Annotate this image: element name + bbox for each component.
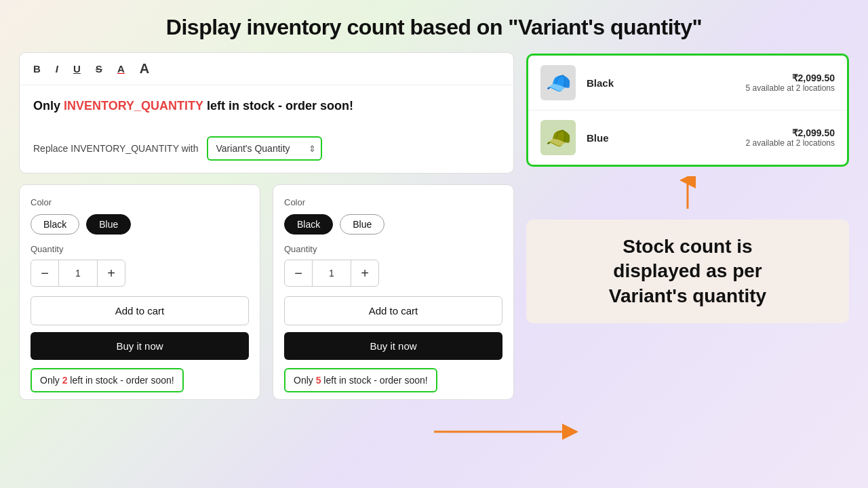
inventory-price-black: ₹2,099.50 [746, 73, 835, 83]
info-box: Stock count isdisplayed as perVariant's … [526, 220, 849, 323]
font-color-button[interactable]: A [115, 62, 127, 76]
product-card-right: Color Black Blue Quantity − 1 + Add to c… [273, 184, 514, 400]
qty-value-left: 1 [58, 260, 98, 286]
qty-label-right: Quantity [284, 244, 502, 254]
inventory-availability-black: 5 available at 2 locations [746, 83, 835, 93]
color-label-left: Color [31, 197, 249, 207]
color-label-right: Color [284, 197, 502, 207]
inventory-pricing-blue: ₹2,099.50 2 available at 2 locations [746, 127, 835, 148]
up-arrow-svg [674, 176, 701, 210]
add-to-cart-right[interactable]: Add to cart [284, 296, 502, 325]
qty-stepper-left: − 1 + [31, 260, 125, 287]
inventory-name-black: Black [587, 77, 735, 89]
inventory-pricing-black: ₹2,099.50 5 available at 2 locations [746, 73, 835, 93]
inventory-row-black: 🧢 Black ₹2,099.50 5 available at 2 locat… [528, 56, 847, 110]
page-title: Display inventory count based on "Varian… [0, 0, 868, 52]
editor-card: B I U S A A Only INVENTORY_QUANTITY left… [19, 52, 514, 174]
dropdown-wrapper: Variant's Quantity Total Quantity Custom… [207, 136, 322, 161]
inventory-card: 🧢 Black ₹2,099.50 5 available at 2 locat… [526, 54, 849, 167]
qty-plus-left[interactable]: + [98, 260, 125, 286]
color-blue-right[interactable]: Blue [340, 214, 384, 235]
editor-toolbar: B I U S A A [20, 53, 513, 85]
color-black-left[interactable]: Black [31, 214, 79, 235]
color-options-right: Black Blue [284, 214, 502, 235]
strike-button[interactable]: S [93, 62, 105, 76]
qty-minus-left[interactable]: − [31, 260, 58, 286]
info-box-text: Stock count isdisplayed as perVariant's … [540, 235, 835, 308]
page-container: Display inventory count based on "Varian… [0, 0, 868, 479]
inventory-qty-placeholder: INVENTORY_QUANTITY [64, 99, 203, 113]
inventory-name-blue: Blue [587, 132, 735, 144]
color-options-left: Black Blue [31, 214, 249, 235]
buy-now-left[interactable]: Buy it now [31, 332, 249, 360]
product-thumb-blue: 🧢 [540, 120, 576, 155]
replace-row: Replace INVENTORY_QUANTITY with Variant'… [20, 127, 513, 173]
product-cards-row: Color Black Blue Quantity − 1 + Add to c… [19, 184, 514, 400]
qty-stepper-right: − 1 + [284, 260, 379, 287]
inventory-row-blue: 🧢 Blue ₹2,099.50 2 available at 2 locati… [528, 110, 847, 165]
buy-now-right[interactable]: Buy it now [284, 332, 502, 360]
qty-minus-right[interactable]: − [285, 260, 312, 286]
main-content: B I U S A A Only INVENTORY_QUANTITY left… [0, 52, 868, 479]
up-arrow-area [526, 176, 849, 210]
color-black-right[interactable]: Black [284, 214, 333, 235]
color-blue-left[interactable]: Blue [86, 214, 131, 235]
stock-badge-left: Only 2 left in stock - order soon! [31, 368, 184, 392]
inventory-availability-blue: 2 available at 2 locations [746, 138, 835, 148]
italic-button[interactable]: I [53, 62, 61, 76]
underline-button[interactable]: U [71, 62, 83, 76]
qty-value-right: 1 [312, 260, 351, 286]
inventory-price-blue: ₹2,099.50 [746, 127, 835, 138]
qty-label-left: Quantity [31, 244, 249, 254]
right-panel: 🧢 Black ₹2,099.50 5 available at 2 locat… [526, 52, 849, 479]
qty-plus-right[interactable]: + [351, 260, 378, 286]
editor-body: Only INVENTORY_QUANTITY left in stock - … [20, 85, 513, 127]
product-thumb-black: 🧢 [540, 65, 576, 100]
add-to-cart-left[interactable]: Add to cart [31, 296, 249, 325]
bold-button[interactable]: B [31, 62, 43, 76]
font-size-button[interactable]: A [137, 60, 152, 78]
product-card-left: Color Black Blue Quantity − 1 + Add to c… [19, 184, 260, 400]
stock-badge-right: Only 5 left in stock - order soon! [284, 368, 437, 392]
left-panel: B I U S A A Only INVENTORY_QUANTITY left… [19, 52, 514, 479]
variant-quantity-dropdown[interactable]: Variant's Quantity Total Quantity Custom… [207, 136, 322, 161]
